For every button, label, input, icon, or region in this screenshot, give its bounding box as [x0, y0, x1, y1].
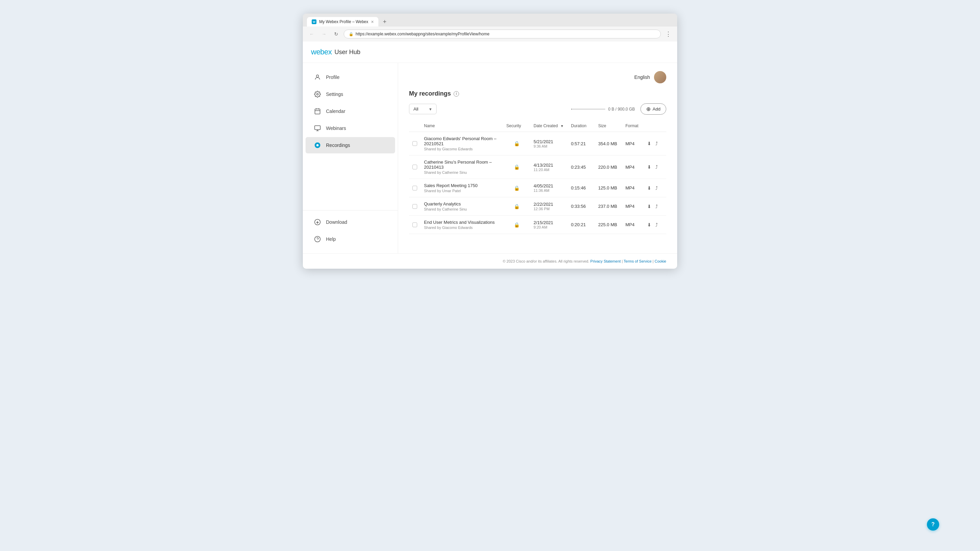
active-browser-tab[interactable]: W My Webex Profile – Webex × — [307, 17, 379, 27]
table-row: Giacomo Edwards' Personal Room – 2021052… — [409, 132, 666, 156]
col-header-security: Security — [503, 120, 530, 132]
help-fab-button[interactable]: ? — [927, 518, 939, 530]
footer-privacy-link[interactable]: Privacy Statement — [590, 259, 620, 263]
new-tab-button[interactable]: + — [380, 17, 389, 27]
col-header-duration: Duration — [568, 120, 595, 132]
row-checkbox-cell — [409, 216, 421, 234]
recordings-info-icon[interactable]: i — [453, 91, 459, 97]
sidebar-item-download[interactable]: Download — [305, 214, 395, 230]
calendar-icon — [314, 108, 321, 115]
recording-time: 11:36 AM — [533, 189, 564, 192]
content-header: English — [409, 71, 666, 83]
recording-size: 354.0 MB — [598, 141, 617, 146]
back-button[interactable]: ← — [307, 29, 317, 39]
add-label: Add — [653, 106, 660, 111]
storage-label: 0 B / 900.0 GB — [608, 107, 635, 111]
toolbar-right: 0 B / 900.0 GB ⊕ Add — [571, 103, 666, 114]
footer-cookie-link[interactable]: Cookie — [655, 259, 666, 263]
forward-button[interactable]: → — [319, 29, 329, 39]
sidebar-item-help[interactable]: Help — [305, 231, 395, 247]
recording-duration: 0:23:45 — [571, 165, 585, 170]
sidebar-item-settings[interactable]: Settings — [305, 86, 395, 102]
row-checkbox[interactable] — [412, 186, 417, 191]
download-recording-button[interactable]: ⬇ — [646, 184, 653, 192]
recording-name[interactable]: End User Metrics and Visualizations — [424, 220, 500, 225]
row-checkbox-cell — [409, 132, 421, 156]
footer-copyright: © 2023 Cisco and/or its affiliates. All … — [503, 259, 589, 263]
recording-format: MP4 — [625, 204, 635, 209]
row-date-cell: 4/13/2021 11:20 AM — [530, 156, 568, 179]
user-avatar[interactable] — [654, 71, 666, 83]
recording-time: 9:20 AM — [533, 225, 564, 229]
sidebar: Profile Settings — [303, 63, 398, 253]
svg-point-10 — [317, 144, 319, 147]
filter-dropdown[interactable]: All ▼ — [409, 104, 437, 114]
address-bar[interactable]: 🔒 https://example.webex.com/webappng/sit… — [344, 30, 661, 38]
chevron-down-icon: ▼ — [428, 107, 432, 111]
row-checkbox[interactable] — [412, 204, 417, 209]
svg-rect-2 — [315, 109, 320, 114]
recording-name[interactable]: Sales Report Meeting 1750 — [424, 183, 500, 188]
recording-shared-by: Shared by Catherine Sinu — [424, 207, 500, 211]
recording-time: 9:36 AM — [533, 144, 564, 148]
row-date-cell: 4/05/2021 11:36 AM — [530, 179, 568, 197]
row-checkbox[interactable] — [412, 222, 417, 227]
share-recording-button[interactable]: ⤴ — [654, 140, 659, 148]
download-recording-button[interactable]: ⬇ — [646, 140, 653, 148]
recordings-icon — [314, 141, 321, 149]
share-recording-button[interactable]: ⤴ — [654, 163, 659, 171]
share-recording-button[interactable]: ⤴ — [654, 184, 659, 192]
recordings-table: Name Security Date Created ▼ Duration Si… — [409, 120, 666, 234]
share-recording-button[interactable]: ⤴ — [654, 202, 659, 211]
row-duration-cell: 0:20:21 — [568, 216, 595, 234]
tab-favicon: W — [312, 19, 317, 24]
download-recording-button[interactable]: ⬇ — [646, 221, 653, 229]
sidebar-profile-label: Profile — [326, 75, 340, 80]
lang-avatar-group: English — [634, 71, 666, 83]
col-header-checkbox — [409, 120, 421, 132]
download-recording-button[interactable]: ⬇ — [646, 163, 653, 171]
row-duration-cell: 0:57:21 — [568, 132, 595, 156]
row-name-cell: Quarterly Analytics Shared by Catherine … — [421, 197, 503, 216]
svg-point-1 — [317, 94, 318, 95]
recording-time: 11:20 AM — [533, 168, 564, 172]
share-recording-button[interactable]: ⤴ — [654, 221, 659, 229]
tab-close-button[interactable]: × — [371, 19, 374, 24]
storage-bar-fill — [571, 108, 572, 110]
table-row: Quarterly Analytics Shared by Catherine … — [409, 197, 666, 216]
download-icon — [314, 218, 321, 226]
add-recording-button[interactable]: ⊕ Add — [640, 103, 666, 114]
row-duration-cell: 0:33:56 — [568, 197, 595, 216]
sidebar-item-webinars[interactable]: Webinars — [305, 120, 395, 137]
col-header-date[interactable]: Date Created ▼ — [530, 120, 568, 132]
recording-name[interactable]: Catherine Sinu's Personal Room – 2021041… — [424, 159, 500, 170]
row-security-cell: 🔒 — [503, 216, 530, 234]
row-format-cell: MP4 — [622, 197, 643, 216]
browser-menu-button[interactable]: ⋮ — [663, 29, 673, 39]
footer-tos-link[interactable]: Terms of Service — [624, 259, 652, 263]
recording-duration: 0:15:46 — [571, 185, 585, 191]
avatar-image — [654, 71, 666, 83]
recording-name[interactable]: Giacomo Edwards' Personal Room – 2021052… — [424, 136, 500, 146]
row-checkbox[interactable] — [412, 165, 417, 169]
sidebar-item-calendar[interactable]: Calendar — [305, 103, 395, 119]
refresh-button[interactable]: ↻ — [331, 29, 341, 39]
recording-format: MP4 — [625, 222, 635, 227]
storage-bar — [571, 108, 605, 110]
recording-name[interactable]: Quarterly Analytics — [424, 202, 500, 206]
sidebar-item-profile[interactable]: Profile — [305, 69, 395, 86]
download-recording-button[interactable]: ⬇ — [646, 202, 653, 211]
row-checkbox[interactable] — [412, 141, 417, 146]
row-security-cell: 🔒 — [503, 197, 530, 216]
webinars-icon — [314, 124, 321, 132]
url-text: https://example.webex.com/webappng/sites… — [356, 32, 489, 37]
row-date-cell: 5/21/2021 9:36 AM — [530, 132, 568, 156]
row-size-cell: 220.0 MB — [595, 156, 622, 179]
sidebar-item-recordings[interactable]: Recordings — [305, 137, 395, 153]
recording-date: 4/05/2021 — [533, 183, 564, 189]
language-label[interactable]: English — [634, 75, 650, 80]
recording-size: 225.0 MB — [598, 222, 617, 227]
recording-date: 2/15/2021 — [533, 220, 564, 225]
logo-webex-text: webex — [311, 48, 332, 56]
row-actions-cell: ⬇ ⤴ — [643, 197, 666, 216]
